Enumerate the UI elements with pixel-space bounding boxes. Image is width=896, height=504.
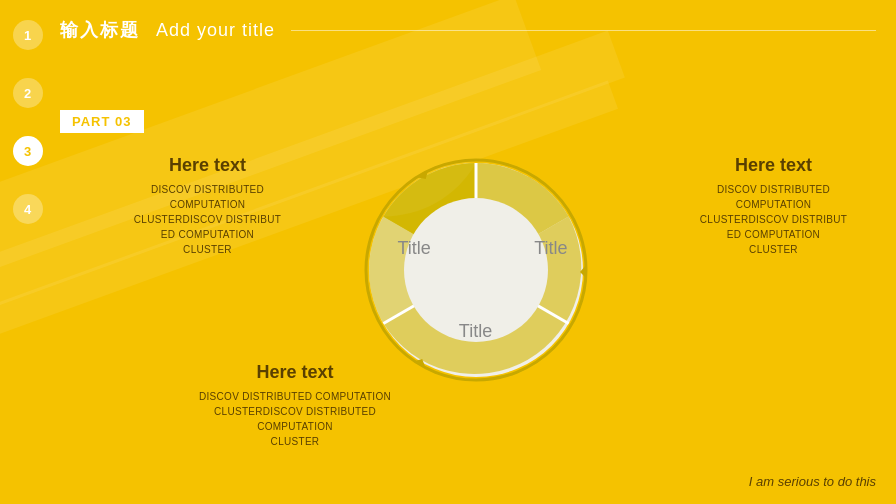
title-en: Add your title <box>156 20 275 41</box>
circle-diagram: Title Title Title <box>356 150 596 390</box>
header-divider <box>291 30 876 31</box>
bottom-desc: DiSCoV DISTRIBUTED COMPUTATIONCLUSTERDiS… <box>175 389 415 449</box>
sidebar: 1 2 3 4 <box>0 0 55 504</box>
bottom-title: Here text <box>175 362 415 383</box>
step-2[interactable]: 2 <box>13 78 43 108</box>
text-block-top-left: Here text DiSCoV DISTRIBUTEDCOMPUTATIONC… <box>115 155 300 257</box>
title-zh: 输入标题 <box>60 18 140 42</box>
step-3[interactable]: 3 <box>13 136 43 166</box>
header: 输入标题 Add your title <box>60 18 876 42</box>
step-1[interactable]: 1 <box>13 20 43 50</box>
main-content: Here text DiSCoV DISTRIBUTEDCOMPUTATIONC… <box>55 70 896 504</box>
step-4[interactable]: 4 <box>13 194 43 224</box>
top-left-title: Here text <box>115 155 300 176</box>
right-desc: DiSCoV DISTRIBUTEDCOMPUTATIONCLUSTERDiSC… <box>681 182 866 257</box>
circle-label-left: Title <box>398 238 431 259</box>
footer-text: I am serious to do this <box>749 474 876 489</box>
circle-label-right: Title <box>534 238 567 259</box>
top-left-desc: DiSCoV DISTRIBUTEDCOMPUTATIONCLUSTERDiSC… <box>115 182 300 257</box>
right-title: Here text <box>681 155 866 176</box>
circle-outer: Title Title Title <box>356 150 596 390</box>
circle-label-bottom: Title <box>459 321 492 342</box>
text-block-bottom: Here text DiSCoV DISTRIBUTED COMPUTATION… <box>175 362 415 449</box>
pie-svg <box>356 150 596 390</box>
text-block-right: Here text DiSCoV DISTRIBUTEDCOMPUTATIONC… <box>681 155 866 257</box>
